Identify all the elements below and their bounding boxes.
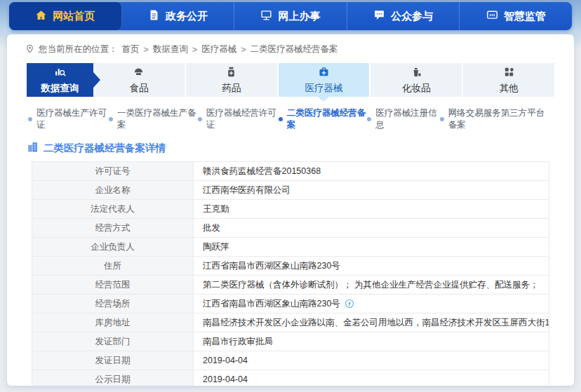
row-value: 2019-04-04 — [194, 351, 549, 370]
row-value: 2019-04-04 — [194, 370, 549, 386]
table-row-residence: 住所 江西省南昌市西湖区象山南路230号 — [32, 257, 549, 276]
row-label: 经营方式 — [32, 219, 194, 237]
medical-device-icon — [318, 66, 330, 80]
tab-medical-device[interactable]: 医疗器械 — [279, 63, 371, 97]
breadcrumb-prefix: 您当前所在的位置： — [39, 43, 118, 55]
category-tabs: 数据查询 食品 药品 医疗器械 化妆品 其他 — [27, 63, 554, 97]
bullet-dot-icon — [198, 117, 202, 121]
row-label: 公示日期 — [32, 370, 194, 386]
table-row-issue-date: 发证日期 2019-04-04 — [32, 351, 549, 370]
tab-label: 食品 — [129, 82, 148, 95]
bullet-dot-icon — [28, 117, 32, 121]
table-row-company-name: 企业名称 江西南华医药有限公司 — [32, 181, 549, 200]
sub-navigation: 医疗器械生产许可证 一类医疗器械生产备案 医疗器械经营许可证 二类医疗器械经营备… — [28, 107, 553, 131]
row-value: 批发 — [194, 219, 549, 237]
subnav-label: 一类医疗器械生产备案 — [117, 107, 198, 131]
section-title-text: 二类医疗器械经营备案详情 — [44, 142, 166, 155]
table-row-publicity-date: 公示日期 2019-04-04 — [32, 370, 549, 386]
row-value: 陶跃萍 — [194, 238, 549, 256]
row-label: 住所 — [32, 257, 194, 275]
nav-item-label: 政务公开 — [166, 10, 208, 23]
main-content-card: 您当前所在的位置： 首页 > 数据查询 > 医疗器械 > 二类医疗器械经营备案 … — [7, 34, 574, 386]
table-row-issuing-department: 发证部门 南昌市行政审批局 — [32, 332, 549, 351]
location-pin-icon[interactable] — [345, 299, 354, 309]
nav-item-public-participation[interactable]: 公众参与 — [347, 2, 460, 30]
bullet-dot-icon — [109, 117, 113, 121]
table-row-business-premises: 经营场所 江西省南昌市西湖区象山南路230号 — [32, 295, 549, 313]
row-value: 江西省南昌市西湖区象山南路230号 — [203, 298, 340, 310]
monitor-icon — [260, 9, 272, 23]
breadcrumb-separator: > — [192, 45, 197, 55]
breadcrumb-separator: > — [144, 45, 149, 55]
bullet-dot-icon — [440, 117, 444, 121]
table-row-business-scope: 经营范围 第二类医疗器械（含体外诊断试剂）； 为其他企业生产经营企业提供贮存、配… — [32, 276, 549, 295]
row-label: 库房地址 — [32, 313, 194, 332]
row-value: 江西南华医药有限公司 — [194, 181, 549, 199]
tab-drug[interactable]: 药品 — [186, 63, 279, 97]
subnav-item-operation-license[interactable]: 医疗器械经营许可证 — [198, 107, 279, 131]
row-value: 第二类医疗器械（含体外诊断试剂）； 为其他企业生产经营企业提供贮存、配送服务； — [194, 276, 549, 294]
breadcrumb: 您当前所在的位置： 首页 > 数据查询 > 医疗器械 > 二类医疗器械经营备案 — [7, 34, 574, 62]
row-label: 发证部门 — [32, 332, 194, 351]
subnav-item-third-party-platform[interactable]: 网络交易服务第三方平台备案 — [440, 107, 553, 131]
nav-item-label: 公众参与 — [391, 10, 433, 23]
subnav-item-class2-operation-record[interactable]: 二类医疗器械经营备案 — [279, 107, 368, 131]
tab-food[interactable]: 食品 — [93, 63, 186, 97]
tab-label: 医疗器械 — [305, 82, 342, 95]
location-pin-icon — [25, 44, 34, 55]
breadcrumb-item-home[interactable]: 首页 — [122, 43, 140, 55]
subnav-item-production-license[interactable]: 医疗器械生产许可证 — [28, 107, 109, 131]
nav-item-label: 网站首页 — [53, 10, 95, 23]
breadcrumb-item-data-query[interactable]: 数据查询 — [153, 43, 188, 55]
smart-supervision-icon — [486, 9, 498, 23]
nav-item-label: 智慧监管 — [504, 10, 546, 23]
bullet-dot-icon — [367, 117, 371, 121]
subnav-label: 医疗器械注册信息 — [375, 107, 439, 131]
row-label: 法定代表人 — [32, 200, 194, 218]
drug-icon — [225, 66, 237, 80]
breadcrumb-item-medical-device[interactable]: 医疗器械 — [201, 43, 236, 55]
subnav-item-class1-production-record[interactable]: 一类医疗器械生产备案 — [109, 107, 198, 131]
subnav-label: 医疗器械经营许可证 — [206, 107, 279, 131]
breadcrumb-separator: > — [241, 45, 246, 55]
table-row-company-principal: 企业负责人 陶跃萍 — [32, 238, 549, 257]
nav-item-label: 网上办事 — [278, 10, 320, 23]
row-label: 许可证号 — [32, 162, 194, 180]
row-value: 王克勤 — [194, 200, 549, 218]
nav-item-online-services[interactable]: 网上办事 — [234, 2, 347, 30]
row-label: 企业负责人 — [32, 238, 194, 256]
row-value: 江西省南昌市西湖区象山南路230号 — [194, 257, 549, 275]
table-row-license-no: 许可证号 赣洪食药监械经营备20150368 — [32, 162, 549, 181]
breadcrumb-item-class2-record[interactable]: 二类医疗器械经营备案 — [250, 43, 338, 55]
top-navigation: 网站首页 政务公开 网上办事 公众参与 智慧监管 — [9, 2, 572, 30]
detail-table: 许可证号 赣洪食药监械经营备20150368 企业名称 江西南华医药有限公司 法… — [32, 161, 549, 386]
bullet-dot-icon — [279, 117, 283, 121]
building-icon — [27, 141, 39, 155]
tab-cosmetics[interactable]: 化妆品 — [370, 63, 463, 97]
row-label: 经营范围 — [32, 276, 194, 294]
row-value-with-icon: 江西省南昌市西湖区象山南路230号 — [194, 295, 549, 313]
row-label: 企业名称 — [32, 181, 194, 199]
subnav-item-registration-info[interactable]: 医疗器械注册信息 — [367, 107, 439, 131]
tab-other[interactable]: 其他 — [463, 63, 554, 97]
data-search-icon — [54, 66, 66, 80]
home-icon — [35, 9, 47, 23]
tab-label: 药品 — [222, 82, 241, 95]
row-value: 南昌市行政审批局 — [194, 332, 549, 351]
table-row-legal-representative: 法定代表人 王克勤 — [32, 200, 549, 219]
tab-label: 数据查询 — [41, 82, 79, 95]
nav-item-home[interactable]: 网站首页 — [9, 2, 122, 30]
nav-item-gov-info[interactable]: 政务公开 — [122, 2, 235, 30]
row-value: 南昌经济技术开发区小企业路以南、金若公司用地以西，南昌经济技术开发区玉屏西大街1… — [194, 313, 549, 332]
row-label: 经营场所 — [32, 295, 194, 313]
table-row-business-mode: 经营方式 批发 — [32, 219, 549, 238]
nav-item-smart-supervision[interactable]: 智慧监管 — [460, 2, 572, 30]
subnav-label: 医疗器械生产许可证 — [36, 107, 109, 131]
subnav-label: 二类医疗器械经营备案 — [287, 107, 368, 131]
tab-data-query[interactable]: 数据查询 — [27, 63, 93, 97]
table-row-warehouse-address: 库房地址 南昌经济技术开发区小企业路以南、金若公司用地以西，南昌经济技术开发区玉… — [32, 313, 549, 332]
cosmetics-icon — [410, 66, 422, 80]
food-icon — [133, 66, 145, 80]
row-value: 赣洪食药监械经营备20150368 — [194, 162, 549, 180]
speech-bubble-icon — [373, 9, 385, 23]
